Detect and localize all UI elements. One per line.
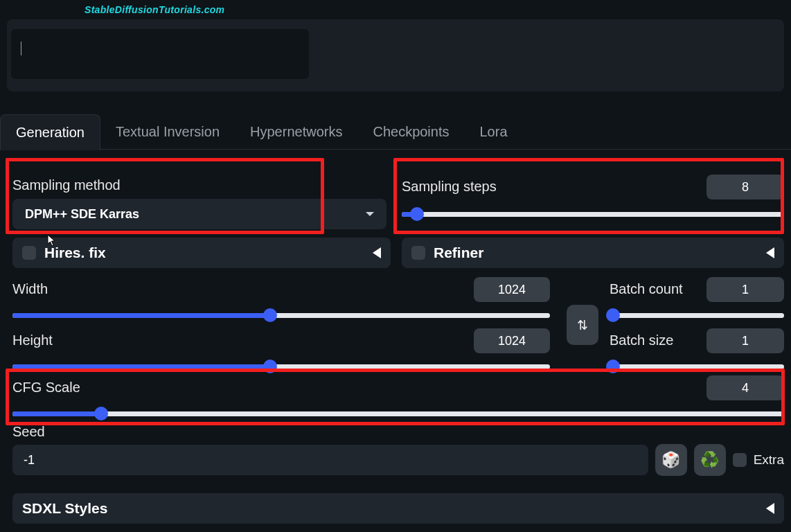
seed-random-button[interactable]: 🎲 <box>655 444 687 476</box>
prompt-textarea-wrap <box>7 19 784 91</box>
height-slider[interactable] <box>12 362 550 371</box>
collapse-left-icon <box>373 247 381 258</box>
extra-checkbox[interactable] <box>733 453 747 467</box>
swap-dimensions-button[interactable]: ⇅ <box>567 305 598 345</box>
sampling-steps-slider[interactable] <box>402 209 784 219</box>
collapse-left-icon <box>766 247 774 258</box>
extra-label: Extra <box>754 452 784 468</box>
refiner-checkbox[interactable] <box>411 246 425 260</box>
refiner-panel[interactable]: Refiner <box>402 238 784 268</box>
width-value[interactable]: 1024 <box>474 277 550 302</box>
hires-fix-label: Hires. fix <box>44 245 106 261</box>
cfg-scale-value[interactable]: 4 <box>706 375 784 400</box>
height-value[interactable]: 1024 <box>474 328 550 353</box>
seed-reuse-button[interactable]: ♻️ <box>694 444 726 476</box>
batch-count-slider[interactable] <box>610 310 784 320</box>
site-watermark: StableDiffusionTutorials.com <box>85 4 224 15</box>
batch-size-slider[interactable] <box>610 362 784 371</box>
sampling-method-label: Sampling method <box>12 177 386 195</box>
seed-label: Seed <box>12 424 784 441</box>
tabs-bar: Generation Textual Inversion Hypernetwor… <box>0 115 791 150</box>
text-cursor <box>21 42 21 55</box>
dice-icon: 🎲 <box>661 451 680 469</box>
sampling-steps-label: Sampling steps <box>402 179 497 196</box>
tab-lora[interactable]: Lora <box>465 114 523 150</box>
sdxl-styles-panel[interactable]: SDXL Styles <box>12 493 784 524</box>
tab-generation[interactable]: Generation <box>0 114 100 150</box>
batch-size-value[interactable]: 1 <box>706 328 784 353</box>
chevron-down-icon <box>366 212 374 216</box>
tab-textual-inversion[interactable]: Textual Inversion <box>100 114 235 150</box>
batch-count-value[interactable]: 1 <box>706 277 784 302</box>
sampling-method-value: DPM++ SDE Karras <box>25 207 139 222</box>
prompt-textarea[interactable] <box>11 29 309 79</box>
collapse-left-icon <box>766 503 774 514</box>
width-label: Width <box>12 281 48 299</box>
hires-fix-panel[interactable]: Hires. fix <box>12 238 391 268</box>
cfg-scale-slider[interactable] <box>12 409 784 418</box>
sdxl-styles-label: SDXL Styles <box>22 500 107 517</box>
swap-icon: ⇅ <box>577 317 588 333</box>
refiner-label: Refiner <box>434 245 483 261</box>
sampling-steps-value[interactable]: 8 <box>706 175 784 200</box>
recycle-icon: ♻️ <box>700 451 719 469</box>
cfg-scale-label: CFG Scale <box>12 380 80 397</box>
tab-checkpoints[interactable]: Checkpoints <box>357 114 464 150</box>
hires-fix-checkbox[interactable] <box>22 246 36 260</box>
height-label: Height <box>12 332 53 350</box>
sampling-method-dropdown[interactable]: DPM++ SDE Karras <box>12 199 386 229</box>
batch-count-label: Batch count <box>610 281 683 299</box>
batch-size-label: Batch size <box>610 332 673 350</box>
width-slider[interactable] <box>12 310 550 320</box>
seed-input[interactable]: -1 <box>12 445 648 475</box>
tab-hypernetworks[interactable]: Hypernetworks <box>235 114 357 150</box>
